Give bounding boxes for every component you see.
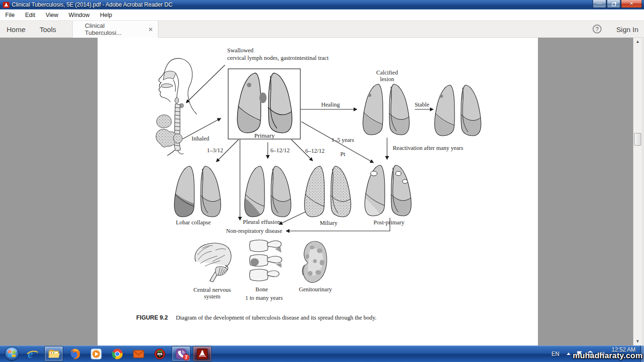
label-bone: Bone (256, 286, 268, 293)
miliary-lungs-illustration (303, 165, 352, 218)
tab-bar: Home Tools Clinical Tuberculosi... ✕ ? S… (0, 21, 644, 38)
label-swallowed: Swallowed (227, 47, 254, 54)
label-stable: Stable (414, 101, 429, 108)
label-pt: Pt (340, 151, 346, 157)
scrollbar-thumb[interactable] (634, 133, 641, 146)
menu-edit[interactable]: Edit (20, 9, 41, 20)
primary-lungs-illustration (237, 73, 292, 134)
scroll-up-arrow[interactable]: ▲ (635, 39, 641, 45)
pdf-page: Swallowed cervical lymph nodes, gastroin… (98, 38, 538, 346)
spine-illustration (250, 240, 282, 281)
label-1-3-12: 1–3/12 (207, 147, 223, 154)
label-cns-1: Central nervous (193, 287, 231, 293)
close-button[interactable]: ✕ (621, 0, 642, 8)
bird-game-icon (154, 348, 166, 360)
start-button[interactable] (3, 346, 21, 362)
stable-lungs-illustration (435, 85, 481, 137)
taskbar-viber[interactable]: 7 (172, 346, 190, 362)
label-swallowed-detail: cervical lymph nodes, gastrointestinal t… (227, 55, 329, 61)
label-non-respiratory: Non-respiratory disease (226, 228, 282, 234)
taskbar-windows-explorer[interactable] (44, 346, 63, 362)
label-calcified: Calcified (376, 69, 398, 76)
menu-file[interactable]: File (0, 9, 20, 20)
acrobat-app-icon (3, 2, 9, 8)
label-6-12-12-a: 6–12/12 (271, 147, 290, 154)
label-1-to-many-years: 1 to many years (245, 295, 283, 301)
label-lesion: lesion (380, 76, 395, 82)
figure-caption-text: Diagram of the development of tuberculos… (176, 314, 377, 321)
figure-caption-tag: FIGURE 9.2 (136, 314, 168, 321)
post-primary-lungs-illustration (365, 165, 411, 217)
tuberculosis-figure: Swallowed cervical lymph nodes, gastroin… (98, 38, 538, 346)
brain-illustration (195, 243, 231, 282)
tab-tools[interactable]: Tools (33, 21, 63, 38)
minimize-button[interactable]: — (593, 0, 606, 8)
svg-text:e: e (28, 348, 33, 360)
taskbar-bird-game[interactable] (150, 346, 169, 362)
label-post-primary: Post-primary (373, 219, 405, 226)
media-player-icon (90, 348, 102, 360)
label-primary: Primary (254, 132, 275, 139)
taskbar-acrobat[interactable] (193, 346, 212, 362)
window-title: Clinical Tuberculosis, 5E (2014).pdf - A… (12, 1, 173, 8)
restore-button[interactable] (607, 0, 620, 8)
hidden-icons-chevron[interactable] (566, 352, 571, 356)
label-inhaled: Inhaled (191, 135, 209, 142)
head-airway-illustration (156, 58, 197, 156)
tab-document-label: Clinical Tuberculosi... (85, 22, 142, 36)
firefox-icon (69, 348, 81, 360)
label-6-12-12-b: 6–12/12 (305, 148, 325, 154)
internet-explorer-icon: e (26, 348, 39, 360)
pleural-effusion-lungs-illustration (245, 166, 291, 218)
tab-home[interactable]: Home (0, 21, 32, 38)
menu-bar: File Edit View Window Help (0, 9, 644, 21)
window-right-edge (642, 38, 644, 346)
document-area: Swallowed cervical lymph nodes, gastroin… (0, 38, 644, 346)
taskbar-internet-explorer[interactable]: e (23, 346, 42, 362)
menu-window[interactable]: Window (64, 9, 95, 20)
calcified-lungs-illustration (363, 84, 409, 136)
restore-icon (612, 3, 616, 6)
taskbar-chrome[interactable] (108, 346, 127, 362)
taskbar-mail[interactable] (129, 346, 148, 362)
label-cns-2: system (204, 293, 221, 300)
help-icon[interactable]: ? (593, 25, 602, 33)
sign-in-button[interactable]: Sign In (616, 21, 638, 38)
taskbar-media-player[interactable] (87, 346, 106, 362)
label-lobar-collapse: Lobar collapse (176, 219, 211, 226)
label-miliary: Miliary (320, 220, 338, 226)
vertical-scrollbar[interactable]: ▲ ▼ (633, 38, 642, 346)
mail-icon (132, 348, 145, 360)
tab-close-icon[interactable]: ✕ (148, 26, 153, 33)
label-genitourinary: Genitourinary (299, 286, 332, 293)
kidney-illustration (302, 241, 327, 282)
label-1-5-years: 1–5 years (331, 137, 354, 143)
menu-view[interactable]: View (41, 9, 64, 20)
tab-document[interactable]: Clinical Tuberculosi... ✕ (72, 21, 158, 38)
taskbar-firefox[interactable] (66, 346, 84, 362)
scroll-down-arrow[interactable]: ▼ (635, 338, 641, 345)
chrome-icon (111, 348, 124, 360)
menu-help[interactable]: Help (95, 9, 117, 20)
taskbar: e (0, 346, 644, 362)
lobar-collapse-lungs-illustration (174, 166, 221, 218)
titlebar: Clinical Tuberculosis, 5E (2014).pdf - A… (0, 0, 644, 9)
watermark: muhadharaty.com (573, 351, 643, 361)
windows-explorer-icon (48, 348, 60, 360)
viber-badge: 7 (183, 354, 190, 361)
desktop-screen: Clinical Tuberculosis, 5E (2014).pdf - A… (0, 0, 644, 362)
label-reactivation: Reactivation after many years (393, 145, 463, 151)
label-pleural-effusion: Pleural effusion (243, 219, 281, 225)
language-indicator[interactable]: EN (552, 351, 560, 357)
label-healing: Healing (321, 101, 340, 108)
acrobat-icon (196, 348, 208, 360)
